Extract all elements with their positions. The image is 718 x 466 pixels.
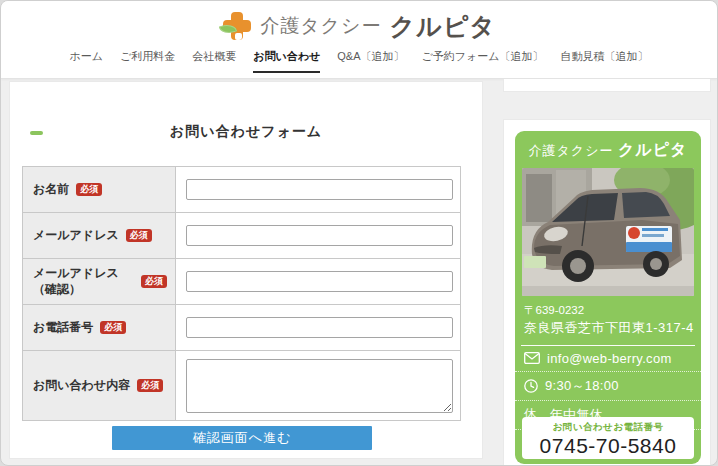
email-confirm-input[interactable] <box>186 271 453 292</box>
form-row-email-confirm: メールアドレス（確認） 必須 <box>23 259 460 305</box>
phone-number: 0745-70-5840 <box>522 434 694 457</box>
form-row-message: お問い合わせ内容 必須 <box>23 351 460 420</box>
sidebar-partial-card <box>503 79 711 92</box>
taxi-photo <box>522 168 694 296</box>
logo-text-brand: クルピタ <box>390 10 496 43</box>
form-row-name: お名前 必須 <box>23 167 460 213</box>
site-header: 介護タクシー クルピタ ホーム ご利用料金 会社概要 お問い合わせ Q&A〔追加… <box>1 1 717 79</box>
sidebar-title-prefix: 介護タクシー <box>529 143 614 158</box>
phone-input[interactable] <box>186 317 453 338</box>
field-input-cell <box>176 259 460 304</box>
field-input-cell <box>176 167 460 212</box>
nav-item-contact[interactable]: お問い合わせ <box>253 49 320 73</box>
clock-icon <box>524 379 538 393</box>
field-label-cell: メールアドレス（確認） 必須 <box>23 259 176 304</box>
postal-code: 〒639-0232 <box>524 302 692 319</box>
hours-row: 9:30～18:00 <box>515 372 701 401</box>
envelope-icon <box>524 352 540 364</box>
cross-leaf-logo-icon <box>222 11 252 41</box>
required-badge: 必須 <box>100 321 126 334</box>
field-label: お名前 <box>33 182 69 198</box>
name-input[interactable] <box>186 179 453 200</box>
field-label: お問い合わせ内容 <box>33 378 130 394</box>
field-label-cell: お問い合わせ内容 必須 <box>23 351 176 420</box>
street-address: 奈良県香芝市下田東1-317-4 <box>524 319 692 338</box>
field-input-cell <box>176 351 460 420</box>
field-label: メールアドレス（確認） <box>33 266 134 297</box>
nav-item-pricing[interactable]: ご利用料金 <box>120 49 175 73</box>
page-title: お問い合わせフォーム <box>10 123 482 141</box>
email-row[interactable]: info@web-berry.com <box>515 346 701 372</box>
email-address: info@web-berry.com <box>547 351 672 366</box>
company-info-box: 介護タクシー クルピタ <box>515 131 701 464</box>
required-badge: 必須 <box>126 229 152 242</box>
logo-text-prefix: 介護タクシー <box>260 13 381 39</box>
field-label-cell: お名前 必須 <box>23 167 176 212</box>
field-input-cell <box>176 305 460 350</box>
required-badge: 必須 <box>137 379 163 392</box>
business-hours: 9:30～18:00 <box>545 377 619 395</box>
nav-item-reservation[interactable]: ご予約フォーム〔追加〕 <box>422 49 544 73</box>
form-row-phone: お電話番号 必須 <box>23 305 460 351</box>
confirm-button[interactable]: 確認画面へ進む <box>112 426 372 450</box>
nav-item-estimate[interactable]: 自動見積〔追加〕 <box>561 49 649 73</box>
field-label-cell: メールアドレス 必須 <box>23 213 176 258</box>
field-label: お電話番号 <box>33 320 93 336</box>
form-row-email: メールアドレス 必須 <box>23 213 460 259</box>
field-input-cell <box>176 213 460 258</box>
nav-item-home[interactable]: ホーム <box>69 49 103 73</box>
site-logo[interactable]: 介護タクシー クルピタ <box>1 7 717 45</box>
nav-item-qa[interactable]: Q&A〔追加〕 <box>337 49 404 73</box>
sidebar-company-title: 介護タクシー クルピタ <box>515 140 701 161</box>
page: 介護タクシー クルピタ ホーム ご利用料金 会社概要 お問い合わせ Q&A〔追加… <box>0 0 718 466</box>
company-address-block: 〒639-0232 奈良県香芝市下田東1-317-4 <box>515 296 701 338</box>
email-input[interactable] <box>186 225 453 246</box>
required-badge: 必須 <box>141 275 167 288</box>
contact-form-card: お問い合わせフォーム お名前 必須 メールアドレス 必須 <box>9 81 483 459</box>
phone-label: お問い合わせお電話番号 <box>522 421 694 434</box>
field-label-cell: お電話番号 必須 <box>23 305 176 350</box>
main-nav: ホーム ご利用料金 会社概要 お問い合わせ Q&A〔追加〕 ご予約フォーム〔追加… <box>1 49 717 73</box>
phone-box[interactable]: お問い合わせお電話番号 0745-70-5840 <box>522 417 694 459</box>
nav-item-company[interactable]: 会社概要 <box>192 49 236 73</box>
sidebar-title-brand: クルピタ <box>618 141 688 158</box>
required-badge: 必須 <box>76 183 102 196</box>
message-textarea[interactable] <box>186 359 453 413</box>
contact-form-table: お名前 必須 メールアドレス 必須 メールアドレス（確認） <box>22 166 461 421</box>
field-label: メールアドレス <box>33 228 119 244</box>
sidebar-info-card: 介護タクシー クルピタ <box>503 119 711 466</box>
